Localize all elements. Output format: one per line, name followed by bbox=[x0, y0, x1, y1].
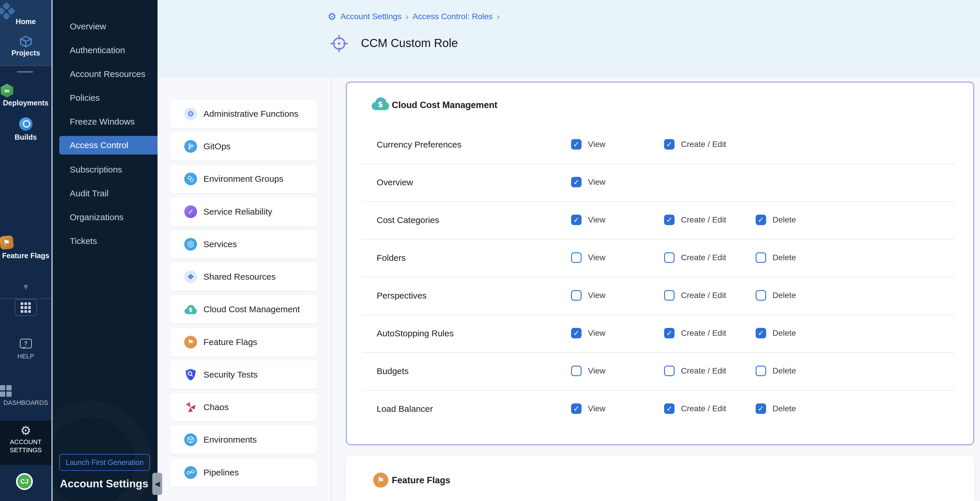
deployments-icon: ∞ bbox=[0, 84, 14, 98]
sidebar-collapse-button[interactable]: ◀ bbox=[152, 473, 162, 495]
permission-row-label: Overview bbox=[377, 178, 413, 187]
sidebar-item-account-resources[interactable]: Account Resources bbox=[70, 69, 145, 79]
permission-label: View bbox=[588, 253, 605, 262]
sidebar-item-organizations[interactable]: Organizations bbox=[70, 212, 124, 222]
hexagon-nut-icon bbox=[184, 238, 197, 251]
page-title: CCM Custom Role bbox=[361, 36, 458, 50]
sidebar-item-audit-trail[interactable]: Audit Trail bbox=[70, 189, 108, 198]
view-checkbox[interactable]: ✓ bbox=[571, 290, 582, 301]
view-checkbox[interactable]: ✓ bbox=[571, 328, 582, 338]
category-card-feature-flags[interactable]: ⚑ Feature Flags bbox=[170, 328, 317, 356]
breadcrumb-account-settings[interactable]: Account Settings bbox=[340, 12, 401, 21]
view-checkbox[interactable]: ✓ bbox=[571, 177, 582, 187]
nav-feature-flags[interactable]: ⚑ Feature Flags bbox=[0, 236, 51, 260]
check-icon: ✓ bbox=[666, 404, 673, 413]
category-card-administrative-functions[interactable]: ⚙ Administrative Functions bbox=[170, 100, 317, 128]
rail-expand-chevron[interactable]: ▼ bbox=[0, 282, 51, 292]
diamond-icon: ❖ bbox=[184, 270, 197, 283]
chevron-down-icon: ▼ bbox=[22, 282, 30, 291]
category-card-service-reliability[interactable]: ✓ Service Reliability bbox=[170, 198, 317, 226]
settings-gear-icon: ⚙ bbox=[328, 12, 336, 22]
hexagons-icon bbox=[184, 173, 197, 185]
view-checkbox[interactable]: ✓ bbox=[571, 403, 582, 414]
check-ring-icon: ✓ bbox=[184, 205, 197, 218]
create-edit-checkbox[interactable]: ✓ bbox=[664, 366, 675, 376]
permission-label: Create / Edit bbox=[681, 253, 726, 262]
category-card-chaos[interactable]: Chaos bbox=[170, 393, 317, 422]
nav-feature-flags-label: Feature Flags bbox=[0, 252, 51, 260]
category-card-pipelines[interactable]: Pipelines bbox=[170, 458, 317, 487]
permission-row-label: Budgets bbox=[377, 366, 409, 376]
category-card-gitops[interactable]: GitOps bbox=[170, 132, 317, 161]
module-selector-button[interactable] bbox=[0, 299, 51, 316]
nav-account-settings-active[interactable]: ⚙ ACCOUNT SETTINGS bbox=[0, 420, 51, 465]
breadcrumb-roles[interactable]: Access Control: Roles bbox=[413, 12, 493, 21]
nav-help[interactable]: ? HELP bbox=[0, 339, 51, 360]
category-label: Chaos bbox=[204, 402, 229, 412]
permission-row-label: Perspectives bbox=[377, 291, 426, 301]
create-edit-checkbox[interactable]: ✓ bbox=[664, 328, 675, 338]
delete-checkbox[interactable]: ✓ bbox=[756, 366, 766, 376]
module-rail: Home Projects ∞ Deployments Builds ⚑ Fea… bbox=[0, 0, 51, 501]
nav-deployments[interactable]: ∞ Deployments bbox=[0, 84, 51, 107]
permission-label: Create / Edit bbox=[681, 215, 726, 225]
create-edit-checkbox[interactable]: ✓ bbox=[664, 252, 675, 263]
create-edit-checkbox[interactable]: ✓ bbox=[664, 139, 675, 149]
nav-help-label: HELP bbox=[0, 353, 51, 360]
svg-text:$: $ bbox=[189, 306, 192, 313]
permission-label: Create / Edit bbox=[681, 404, 726, 413]
delete-checkbox[interactable]: ✓ bbox=[756, 328, 766, 338]
permission-row-label: Currency Preferences bbox=[377, 140, 461, 149]
sidebar-item-access-control[interactable]: Access Control bbox=[59, 136, 158, 154]
category-label: Environment Groups bbox=[204, 174, 283, 184]
delete-checkbox[interactable]: ✓ bbox=[756, 215, 766, 225]
view-checkbox[interactable]: ✓ bbox=[571, 252, 582, 263]
svg-text:$: $ bbox=[378, 100, 383, 109]
create-edit-checkbox[interactable]: ✓ bbox=[664, 290, 675, 301]
category-card-environments[interactable]: Environments bbox=[170, 425, 317, 454]
delete-checkbox[interactable]: ✓ bbox=[756, 252, 766, 263]
category-label: GitOps bbox=[204, 141, 231, 151]
create-edit-checkbox[interactable]: ✓ bbox=[664, 215, 675, 225]
permission-label: View bbox=[588, 328, 605, 338]
sidebar-footer-title: Account Settings bbox=[60, 478, 148, 490]
view-checkbox[interactable]: ✓ bbox=[571, 366, 582, 376]
view-checkbox[interactable]: ✓ bbox=[571, 139, 582, 149]
category-card-security-tests[interactable]: Security Tests bbox=[170, 360, 317, 389]
permission-label: Create / Edit bbox=[681, 366, 726, 376]
builds-icon bbox=[19, 117, 33, 131]
view-checkbox[interactable]: ✓ bbox=[571, 215, 582, 225]
nav-builds[interactable]: Builds bbox=[0, 117, 51, 141]
nav-deployments-label: Deployments bbox=[0, 99, 51, 107]
category-card-shared-resources[interactable]: ❖ Shared Resources bbox=[170, 263, 317, 291]
help-chat-icon: ? bbox=[20, 339, 32, 349]
category-label: Services bbox=[204, 239, 237, 249]
git-branch-icon bbox=[184, 140, 197, 153]
category-label: Security Tests bbox=[204, 370, 258, 380]
delete-checkbox[interactable]: ✓ bbox=[756, 290, 766, 301]
shield-search-icon bbox=[184, 368, 197, 381]
category-card-cloud-cost-management[interactable]: $ Cloud Cost Management bbox=[170, 295, 317, 323]
sidebar-item-overview[interactable]: Overview bbox=[70, 22, 106, 32]
sidebar-item-tickets[interactable]: Tickets bbox=[70, 236, 97, 246]
sidebar-item-authentication[interactable]: Authentication bbox=[70, 45, 125, 55]
nav-projects[interactable]: Projects bbox=[0, 35, 51, 57]
check-icon: ✓ bbox=[666, 216, 673, 225]
rail-divider bbox=[0, 65, 51, 66]
category-card-services[interactable]: Services bbox=[170, 230, 317, 258]
sidebar-item-freeze-windows[interactable]: Freeze Windows bbox=[70, 117, 135, 127]
check-icon: ✓ bbox=[573, 178, 579, 187]
nav-dashboards[interactable]: DASHBOARDS bbox=[0, 385, 51, 407]
permission-row: Cost Categories ✓View ✓Create / Edit ✓De… bbox=[346, 202, 974, 239]
launch-first-generation-button[interactable]: Launch First Generation bbox=[59, 454, 150, 471]
sidebar-item-policies[interactable]: Policies bbox=[70, 93, 100, 103]
nav-home[interactable]: Home bbox=[0, 3, 51, 26]
delete-checkbox[interactable]: ✓ bbox=[756, 403, 766, 414]
avatar[interactable]: CJ bbox=[16, 473, 33, 490]
category-card-environment-groups[interactable]: Environment Groups bbox=[170, 165, 317, 193]
projects-cube-icon bbox=[19, 35, 33, 49]
cloud-cost-management-icon: $ bbox=[371, 96, 390, 112]
check-icon: ✓ bbox=[573, 329, 579, 338]
sidebar-item-subscriptions[interactable]: Subscriptions bbox=[70, 165, 122, 174]
create-edit-checkbox[interactable]: ✓ bbox=[664, 403, 675, 414]
